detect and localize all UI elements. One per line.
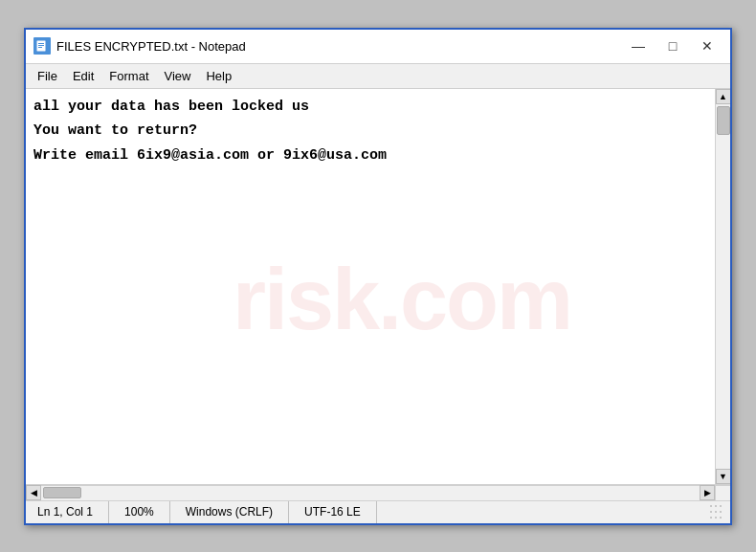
status-encoding: UTF-16 LE: [289, 501, 377, 523]
scroll-up-arrow[interactable]: ▲: [716, 89, 731, 104]
window-controls: — □ ✕: [623, 34, 723, 57]
svg-rect-1: [38, 43, 44, 44]
vertical-scrollbar[interactable]: ▲ ▼: [715, 89, 730, 484]
notepad-window: FILES ENCRYPTED.txt - Notepad — □ ✕ File…: [24, 28, 732, 525]
title-bar-left: FILES ENCRYPTED.txt - Notepad: [33, 37, 246, 55]
menu-view[interactable]: View: [157, 67, 199, 85]
horizontal-scrollbar-row: ◀ ▶: [26, 485, 730, 500]
svg-rect-2: [38, 45, 44, 46]
text-content[interactable]: all your data has been locked us You wan…: [26, 89, 715, 484]
title-bar: FILES ENCRYPTED.txt - Notepad — □ ✕: [26, 30, 730, 64]
menu-file[interactable]: File: [30, 67, 65, 85]
scroll-track-h[interactable]: [41, 486, 700, 500]
maximize-button[interactable]: □: [657, 34, 688, 57]
close-button[interactable]: ✕: [692, 34, 723, 57]
status-zoom: 100%: [109, 501, 170, 523]
scroll-down-arrow[interactable]: ▼: [716, 469, 731, 484]
horizontal-scrollbar[interactable]: ◀ ▶: [26, 486, 715, 500]
menu-edit[interactable]: Edit: [65, 67, 101, 85]
scroll-left-arrow[interactable]: ◀: [26, 485, 41, 500]
editor-area: all your data has been locked us You wan…: [26, 89, 730, 485]
resize-grip: [709, 504, 724, 519]
menu-help[interactable]: Help: [198, 67, 239, 85]
status-bar: Ln 1, Col 1 100% Windows (CRLF) UTF-16 L…: [26, 500, 730, 523]
menu-format[interactable]: Format: [101, 67, 156, 85]
notepad-icon: [33, 37, 51, 55]
status-line-ending: Windows (CRLF): [170, 501, 289, 523]
window-title: FILES ENCRYPTED.txt - Notepad: [56, 39, 246, 54]
status-position: Ln 1, Col 1: [26, 501, 109, 523]
menu-bar: File Edit Format View Help: [26, 64, 730, 89]
scroll-right-arrow[interactable]: ▶: [700, 485, 715, 500]
scroll-corner: [715, 486, 730, 501]
scroll-thumb-v[interactable]: [717, 106, 730, 135]
status-grip-area: [694, 501, 730, 523]
scroll-thumb-h[interactable]: [43, 487, 81, 498]
minimize-button[interactable]: —: [623, 34, 654, 57]
scroll-track-v[interactable]: [716, 104, 730, 469]
svg-rect-3: [38, 47, 42, 48]
